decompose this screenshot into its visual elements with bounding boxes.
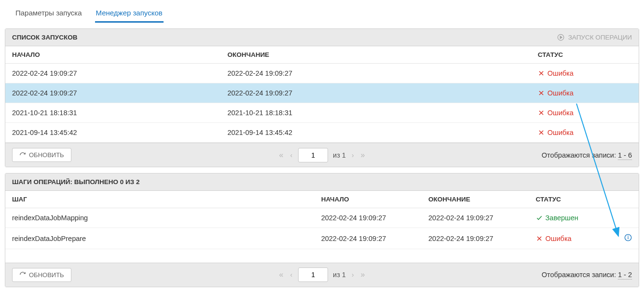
runs-col-end[interactable]: ОКОНЧАНИЕ: [220, 46, 531, 64]
info-icon[interactable]: [624, 234, 632, 241]
run-end: 2022-02-24 19:09:27: [220, 64, 531, 83]
steps-col-start[interactable]: НАЧАЛО: [315, 191, 422, 208]
steps-col-step[interactable]: ШАГ: [5, 191, 315, 208]
refresh-icon: [19, 271, 26, 278]
steps-col-status[interactable]: СТАТУС: [529, 191, 617, 208]
pager-first-icon[interactable]: «: [278, 151, 285, 160]
runs-panel-header: СПИСОК ЗАПУСКОВ ЗАПУСК ОПЕРАЦИИ: [5, 29, 639, 46]
table-row[interactable]: 2021-09-14 13:45:422021-09-14 13:45:42Ош…: [5, 123, 639, 143]
status-badge: Завершен: [536, 214, 611, 222]
svg-marker-1: [560, 36, 562, 39]
table-row[interactable]: 2022-02-24 19:09:272022-02-24 19:09:27Ош…: [5, 64, 639, 83]
steps-pager: « ‹ из 1 › »: [278, 267, 366, 282]
run-end: 2021-10-21 18:18:31: [220, 103, 531, 123]
pager-last-icon[interactable]: »: [360, 270, 366, 279]
run-start: 2022-02-24 19:09:27: [5, 83, 220, 103]
runs-page-input[interactable]: [298, 148, 328, 162]
play-circle-icon: [557, 34, 564, 41]
tab-params[interactable]: Параметры запуска: [14, 5, 83, 23]
run-start: 2021-09-14 13:45:42: [5, 123, 220, 143]
steps-table: ШАГ НАЧАЛО ОКОНЧАНИЕ СТАТУС reindexDataJ…: [5, 191, 639, 263]
step-name: reindexDataJobMapping: [5, 208, 315, 228]
run-start: 2022-02-24 19:09:27: [5, 64, 220, 83]
run-operation-button[interactable]: ЗАПУСК ОПЕРАЦИИ: [557, 34, 632, 41]
runs-refresh-button[interactable]: ОБНОВИТЬ: [12, 148, 71, 162]
runs-panel-title: СПИСОК ЗАПУСКОВ: [12, 34, 77, 41]
runs-records: Отображаются записи: 1 - 6: [542, 151, 632, 159]
status-badge: Ошибка: [538, 89, 632, 97]
pager-prev-icon[interactable]: ‹: [289, 151, 293, 159]
steps-page-input[interactable]: [298, 267, 328, 282]
runs-panel: СПИСОК ЗАПУСКОВ ЗАПУСК ОПЕРАЦИИ НАЧАЛО О…: [5, 28, 639, 167]
step-start: 2022-02-24 19:09:27: [315, 208, 422, 228]
runs-table-header: НАЧАЛО ОКОНЧАНИЕ СТАТУС: [5, 46, 639, 64]
runs-table-scroll[interactable]: 2022-02-24 19:09:272022-02-24 19:09:27Ош…: [5, 64, 639, 143]
steps-panel: ШАГИ ОПЕРАЦИЙ: ВЫПОЛНЕНО 0 ИЗ 2 ШАГ НАЧА…: [5, 173, 639, 287]
table-row[interactable]: 2021-10-21 18:18:312021-10-21 18:18:31Ош…: [5, 103, 639, 123]
step-end: 2022-02-24 19:09:27: [422, 228, 529, 249]
step-end: 2022-02-24 19:09:27: [422, 208, 529, 228]
step-name: reindexDataJobPrepare: [5, 228, 315, 249]
run-end: 2022-02-24 19:09:27: [220, 83, 531, 103]
status-badge: Ошибка: [538, 109, 632, 117]
table-row[interactable]: 2022-02-24 19:09:272022-02-24 19:09:27Ош…: [5, 83, 639, 103]
pager-prev-icon[interactable]: ‹: [289, 271, 293, 279]
pager-last-icon[interactable]: »: [360, 151, 366, 160]
pager-next-icon[interactable]: ›: [351, 151, 355, 159]
steps-refresh-button[interactable]: ОБНОВИТЬ: [12, 268, 71, 282]
runs-col-start[interactable]: НАЧАЛО: [5, 46, 220, 64]
steps-footer: ОБНОВИТЬ « ‹ из 1 › » Отображаются запис…: [5, 263, 639, 287]
run-start: 2021-10-21 18:18:31: [5, 103, 220, 123]
tabs: Параметры запуска Менеджер запусков: [0, 0, 644, 23]
refresh-icon: [19, 152, 26, 159]
step-start: 2022-02-24 19:09:27: [315, 228, 422, 249]
svg-point-14: [628, 236, 629, 236]
run-end: 2021-09-14 13:45:42: [220, 123, 531, 143]
steps-records: Отображаются записи: 1 - 2: [542, 271, 632, 279]
pager-next-icon[interactable]: ›: [351, 271, 355, 279]
runs-pages-of: из 1: [333, 151, 346, 159]
table-row[interactable]: reindexDataJobPrepare2022-02-24 19:09:27…: [5, 228, 639, 249]
status-badge: Ошибка: [538, 69, 632, 77]
status-badge: Ошибка: [536, 235, 611, 242]
steps-col-end[interactable]: ОКОНЧАНИЕ: [422, 191, 529, 208]
pager-first-icon[interactable]: «: [278, 270, 285, 279]
steps-panel-header: ШАГИ ОПЕРАЦИЙ: ВЫПОЛНЕНО 0 ИЗ 2: [5, 174, 639, 191]
runs-pager: « ‹ из 1 › »: [278, 148, 366, 162]
runs-footer: ОБНОВИТЬ « ‹ из 1 › » Отображаются запис…: [5, 143, 639, 167]
runs-col-status[interactable]: СТАТУС: [531, 46, 639, 64]
steps-pages-of: из 1: [333, 271, 346, 279]
status-badge: Ошибка: [538, 129, 632, 136]
table-row[interactable]: reindexDataJobMapping2022-02-24 19:09:27…: [5, 208, 639, 228]
tab-manager[interactable]: Менеджер запусков: [95, 5, 164, 23]
steps-panel-title: ШАГИ ОПЕРАЦИЙ: ВЫПОЛНЕНО 0 ИЗ 2: [12, 178, 139, 186]
